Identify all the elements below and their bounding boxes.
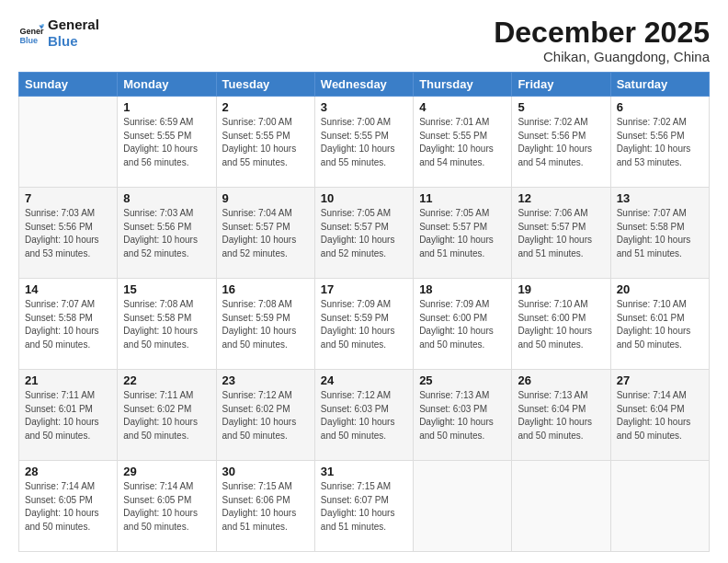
calendar-week-row: 7Sunrise: 7:03 AM Sunset: 5:56 PM Daylig…: [19, 188, 710, 279]
calendar-day-cell: 16Sunrise: 7:08 AM Sunset: 5:59 PM Dayli…: [216, 279, 314, 370]
day-number: 26: [518, 373, 604, 387]
day-info: Sunrise: 7:07 AM Sunset: 5:58 PM Dayligh…: [617, 207, 703, 260]
calendar-week-row: 28Sunrise: 7:14 AM Sunset: 6:05 PM Dayli…: [19, 461, 710, 552]
day-info: Sunrise: 7:00 AM Sunset: 5:55 PM Dayligh…: [222, 116, 309, 169]
calendar-week-row: 14Sunrise: 7:07 AM Sunset: 5:58 PM Dayli…: [19, 279, 710, 370]
svg-text:General: General: [19, 27, 44, 36]
day-number: 4: [419, 100, 506, 114]
th-monday: Monday: [118, 73, 216, 97]
day-number: 6: [617, 100, 703, 114]
calendar-day-cell: 7Sunrise: 7:03 AM Sunset: 5:56 PM Daylig…: [19, 188, 118, 279]
day-info: Sunrise: 7:07 AM Sunset: 5:58 PM Dayligh…: [25, 298, 111, 351]
day-info: Sunrise: 7:09 AM Sunset: 5:59 PM Dayligh…: [321, 298, 407, 351]
day-info: Sunrise: 7:14 AM Sunset: 6:05 PM Dayligh…: [123, 480, 210, 534]
day-info: Sunrise: 7:12 AM Sunset: 6:03 PM Dayligh…: [321, 389, 407, 442]
calendar-day-cell: 23Sunrise: 7:12 AM Sunset: 6:02 PM Dayli…: [216, 370, 314, 461]
day-info: Sunrise: 7:13 AM Sunset: 6:03 PM Dayligh…: [419, 389, 506, 442]
calendar-day-cell: 11Sunrise: 7:05 AM Sunset: 5:57 PM Dayli…: [414, 188, 512, 279]
day-number: 18: [419, 282, 506, 296]
day-info: Sunrise: 7:10 AM Sunset: 6:00 PM Dayligh…: [518, 298, 604, 351]
day-number: 1: [123, 100, 210, 114]
day-info: Sunrise: 7:14 AM Sunset: 6:04 PM Dayligh…: [617, 389, 703, 442]
logo-icon: General Blue: [18, 20, 44, 46]
day-info: Sunrise: 7:08 AM Sunset: 5:59 PM Dayligh…: [222, 298, 309, 351]
calendar-day-cell: [414, 461, 512, 552]
day-number: 23: [222, 373, 309, 387]
calendar-day-cell: 28Sunrise: 7:14 AM Sunset: 6:05 PM Dayli…: [19, 461, 118, 552]
calendar-day-cell: 29Sunrise: 7:14 AM Sunset: 6:05 PM Dayli…: [118, 461, 216, 552]
day-number: 8: [123, 191, 210, 205]
day-info: Sunrise: 7:03 AM Sunset: 5:56 PM Dayligh…: [123, 207, 210, 260]
calendar-day-cell: 19Sunrise: 7:10 AM Sunset: 6:00 PM Dayli…: [512, 279, 610, 370]
calendar-day-cell: 18Sunrise: 7:09 AM Sunset: 6:00 PM Dayli…: [414, 279, 512, 370]
calendar-day-cell: 26Sunrise: 7:13 AM Sunset: 6:04 PM Dayli…: [512, 370, 610, 461]
logo-line1: General: [48, 17, 99, 33]
day-number: 28: [25, 465, 111, 478]
calendar-day-cell: 24Sunrise: 7:12 AM Sunset: 6:03 PM Dayli…: [314, 370, 413, 461]
day-info: Sunrise: 7:03 AM Sunset: 5:56 PM Dayligh…: [25, 207, 111, 260]
calendar-day-cell: [610, 461, 709, 552]
svg-text:Blue: Blue: [19, 36, 38, 45]
calendar-day-cell: 8Sunrise: 7:03 AM Sunset: 5:56 PM Daylig…: [118, 188, 216, 279]
day-number: 13: [617, 191, 703, 205]
calendar-day-cell: 27Sunrise: 7:14 AM Sunset: 6:04 PM Dayli…: [610, 370, 709, 461]
day-info: Sunrise: 7:13 AM Sunset: 6:04 PM Dayligh…: [518, 389, 604, 442]
day-info: Sunrise: 7:11 AM Sunset: 6:02 PM Dayligh…: [123, 389, 210, 442]
day-info: Sunrise: 7:00 AM Sunset: 5:55 PM Dayligh…: [321, 116, 407, 169]
day-number: 21: [25, 373, 111, 387]
day-info: Sunrise: 7:02 AM Sunset: 5:56 PM Dayligh…: [617, 116, 703, 169]
day-number: 7: [25, 191, 111, 205]
day-number: 2: [222, 100, 309, 114]
day-number: 5: [518, 100, 604, 114]
th-tuesday: Tuesday: [216, 73, 314, 97]
day-number: 25: [419, 373, 506, 387]
day-number: 27: [617, 373, 703, 387]
calendar-day-cell: 1Sunrise: 6:59 AM Sunset: 5:55 PM Daylig…: [118, 97, 216, 188]
logo-line2: Blue: [48, 33, 99, 50]
calendar-day-cell: 2Sunrise: 7:00 AM Sunset: 5:55 PM Daylig…: [216, 97, 314, 188]
calendar-day-cell: 6Sunrise: 7:02 AM Sunset: 5:56 PM Daylig…: [610, 97, 709, 188]
calendar-day-cell: 30Sunrise: 7:15 AM Sunset: 6:06 PM Dayli…: [216, 461, 314, 552]
day-number: 31: [321, 465, 407, 478]
day-number: 29: [123, 465, 210, 478]
day-number: 19: [518, 282, 604, 296]
calendar-day-cell: 4Sunrise: 7:01 AM Sunset: 5:55 PM Daylig…: [414, 97, 512, 188]
calendar-day-cell: 12Sunrise: 7:06 AM Sunset: 5:57 PM Dayli…: [512, 188, 610, 279]
calendar-day-cell: 21Sunrise: 7:11 AM Sunset: 6:01 PM Dayli…: [19, 370, 118, 461]
month-title: December 2025: [494, 17, 710, 49]
day-number: 9: [222, 191, 309, 205]
calendar-day-cell: 25Sunrise: 7:13 AM Sunset: 6:03 PM Dayli…: [414, 370, 512, 461]
day-info: Sunrise: 6:59 AM Sunset: 5:55 PM Dayligh…: [123, 116, 210, 169]
title-block: December 2025 Chikan, Guangdong, China: [494, 17, 710, 64]
calendar-day-cell: [19, 97, 118, 188]
day-info: Sunrise: 7:08 AM Sunset: 5:58 PM Dayligh…: [123, 298, 210, 351]
day-info: Sunrise: 7:11 AM Sunset: 6:01 PM Dayligh…: [25, 389, 111, 442]
calendar-day-cell: 3Sunrise: 7:00 AM Sunset: 5:55 PM Daylig…: [314, 97, 413, 188]
calendar-day-cell: 20Sunrise: 7:10 AM Sunset: 6:01 PM Dayli…: [610, 279, 709, 370]
calendar-day-cell: 14Sunrise: 7:07 AM Sunset: 5:58 PM Dayli…: [19, 279, 118, 370]
day-info: Sunrise: 7:04 AM Sunset: 5:57 PM Dayligh…: [222, 207, 309, 260]
day-info: Sunrise: 7:10 AM Sunset: 6:01 PM Dayligh…: [617, 298, 703, 351]
logo: General Blue General Blue: [18, 17, 99, 50]
calendar-day-cell: 31Sunrise: 7:15 AM Sunset: 6:07 PM Dayli…: [314, 461, 413, 552]
day-number: 20: [617, 282, 703, 296]
day-info: Sunrise: 7:05 AM Sunset: 5:57 PM Dayligh…: [419, 207, 506, 260]
day-info: Sunrise: 7:09 AM Sunset: 6:00 PM Dayligh…: [419, 298, 506, 351]
calendar-day-cell: 17Sunrise: 7:09 AM Sunset: 5:59 PM Dayli…: [314, 279, 413, 370]
day-number: 14: [25, 282, 111, 296]
day-number: 24: [321, 373, 407, 387]
th-friday: Friday: [512, 73, 610, 97]
calendar-day-cell: 9Sunrise: 7:04 AM Sunset: 5:57 PM Daylig…: [216, 188, 314, 279]
day-number: 30: [222, 465, 309, 478]
day-info: Sunrise: 7:06 AM Sunset: 5:57 PM Dayligh…: [518, 207, 604, 260]
day-info: Sunrise: 7:14 AM Sunset: 6:05 PM Dayligh…: [25, 480, 111, 534]
calendar-table: Sunday Monday Tuesday Wednesday Thursday…: [18, 72, 710, 552]
calendar-day-cell: 13Sunrise: 7:07 AM Sunset: 5:58 PM Dayli…: [610, 188, 709, 279]
day-number: 17: [321, 282, 407, 296]
day-number: 11: [419, 191, 506, 205]
th-wednesday: Wednesday: [314, 73, 413, 97]
calendar-day-cell: 10Sunrise: 7:05 AM Sunset: 5:57 PM Dayli…: [314, 188, 413, 279]
day-info: Sunrise: 7:15 AM Sunset: 6:07 PM Dayligh…: [321, 480, 407, 534]
header-row: Sunday Monday Tuesday Wednesday Thursday…: [19, 73, 710, 97]
day-number: 10: [321, 191, 407, 205]
